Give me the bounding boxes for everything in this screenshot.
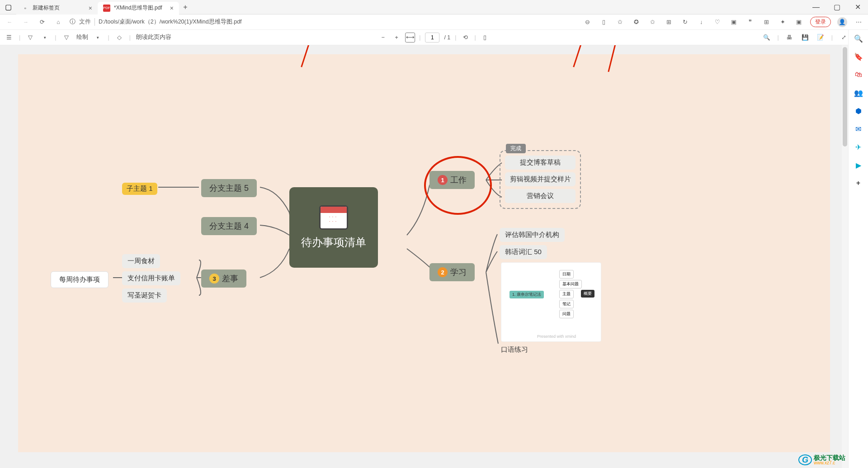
mindmap-center-node: 待办事项清单 bbox=[289, 187, 378, 268]
subtopic-node: 子主题 1 bbox=[122, 183, 157, 195]
calendar-icon bbox=[319, 205, 348, 230]
url-bar: ← → ⟳ ⌂ ⓘ 文件 D:/tools/桌面/work（2）/work%20… bbox=[0, 14, 868, 30]
rotate-icon[interactable]: ⟲ bbox=[461, 33, 470, 42]
highlight-icon[interactable]: ▽ bbox=[26, 33, 35, 42]
close-icon[interactable]: × bbox=[170, 5, 174, 12]
page-total: / 1 bbox=[444, 34, 450, 41]
fullscreen-icon[interactable]: ⤢ bbox=[839, 33, 848, 42]
mini-item: 基本问题 bbox=[559, 280, 582, 288]
minimize-button[interactable]: — bbox=[806, 0, 826, 14]
mini-footer: Presented with xmind bbox=[507, 334, 606, 339]
draw-icon[interactable]: ▽ bbox=[62, 33, 71, 42]
search-icon[interactable]: 🔍 bbox=[762, 33, 771, 42]
page-view-icon[interactable]: ▯ bbox=[481, 33, 490, 42]
close-icon[interactable]: × bbox=[89, 5, 92, 12]
history-icon[interactable]: ↻ bbox=[680, 17, 690, 27]
side-add-icon[interactable]: + bbox=[853, 177, 864, 189]
watermark-url: www.xz7.c bbox=[814, 461, 845, 465]
chores-item: 一周食材 bbox=[122, 254, 160, 268]
close-button[interactable]: ✕ bbox=[847, 0, 868, 14]
center-label: 待办事项清单 bbox=[301, 235, 366, 250]
new-tab-button[interactable]: + bbox=[179, 1, 192, 14]
watermark-logo: G bbox=[798, 454, 812, 465]
tab-actions-icon[interactable]: ▢ bbox=[2, 1, 14, 14]
tab-title: *XMind思维导图.pdf bbox=[114, 4, 162, 12]
mini-summary: 概要 bbox=[581, 290, 594, 298]
downloads-icon[interactable]: ↓ bbox=[696, 17, 706, 27]
work-item: 提交博客草稿 bbox=[505, 156, 576, 170]
tab-title: 新建标签页 bbox=[33, 4, 60, 12]
work-item: 营销会议 bbox=[505, 189, 576, 203]
scrollbar[interactable] bbox=[842, 45, 848, 468]
quote-icon[interactable]: ❞ bbox=[745, 17, 755, 27]
note-icon[interactable]: 📝 bbox=[816, 33, 825, 42]
group-label: 完成 bbox=[506, 144, 526, 153]
save-icon[interactable]: 💾 bbox=[801, 33, 810, 42]
title-bar: ▢ ▫ 新建标签页 × PDF *XMind思维导图.pdf × + — ▢ ✕ bbox=[0, 0, 868, 14]
chores-item: 支付信用卡账单 bbox=[122, 271, 180, 285]
read-aloud-button[interactable]: 朗读此页内容 bbox=[136, 33, 171, 41]
study-item: 韩语词汇 50 bbox=[500, 245, 547, 259]
more-icon[interactable]: ⋯ bbox=[854, 17, 863, 27]
mini-item: 主题 bbox=[559, 290, 574, 298]
apps-icon[interactable]: ⊞ bbox=[761, 17, 771, 27]
branch-node-5: 分支主题 5 bbox=[201, 179, 257, 197]
back-button[interactable]: ← bbox=[5, 17, 14, 27]
chevron-down-icon[interactable]: ▾ bbox=[94, 33, 103, 42]
side-send-icon[interactable]: ✈ bbox=[853, 141, 864, 153]
side-shop-icon[interactable]: 🛍 bbox=[853, 69, 864, 80]
pdf-viewport[interactable]: 待办事项清单 子主题 1 分支主题 5 分支主题 4 3 差事 一周食材 支付信… bbox=[0, 45, 848, 468]
info-icon[interactable]: ⓘ bbox=[70, 18, 75, 26]
reload-button[interactable]: ⟳ bbox=[37, 17, 47, 27]
sidebar-icon[interactable]: ▣ bbox=[794, 17, 804, 27]
side-outlook-icon[interactable]: ✉ bbox=[853, 123, 864, 135]
side-office-icon[interactable]: ⬢ bbox=[853, 105, 864, 117]
reader-icon[interactable]: ▯ bbox=[599, 17, 609, 27]
side-video-icon[interactable]: ▶ bbox=[853, 159, 864, 171]
page-input[interactable] bbox=[425, 33, 439, 43]
avatar-icon[interactable]: 👤 bbox=[837, 17, 847, 27]
annotation-circle bbox=[424, 156, 492, 215]
mini-item: 笔记 bbox=[559, 300, 574, 308]
side-tag-icon[interactable]: 🔖 bbox=[853, 51, 864, 62]
chevron-down-icon[interactable]: ▾ bbox=[40, 33, 49, 42]
performance-icon[interactable]: ♡ bbox=[712, 17, 722, 27]
side-people-icon[interactable]: 👥 bbox=[853, 87, 864, 99]
contents-icon[interactable]: ☰ bbox=[5, 33, 14, 42]
print-icon[interactable]: 🖶 bbox=[785, 33, 794, 42]
study-item: 口语练习 bbox=[501, 345, 528, 354]
mindmap-connectors bbox=[18, 54, 830, 452]
url-text: D:/tools/桌面/work（2）/work%20(1)/XMind思维导图… bbox=[99, 18, 242, 26]
address-bar[interactable]: ⓘ 文件 D:/tools/桌面/work（2）/work%20(1)/XMin… bbox=[70, 18, 242, 26]
watermark-title: 极光下载站 bbox=[814, 454, 845, 461]
weekly-node: 每周待办事项 bbox=[51, 271, 108, 288]
side-search-icon[interactable]: 🔍 bbox=[853, 33, 864, 44]
pdf-icon: PDF bbox=[103, 5, 110, 12]
work-group: 完成 提交博客草稿 剪辑视频并提交样片 营销会议 bbox=[500, 150, 581, 209]
pdf-page: 待办事项清单 子主题 1 分支主题 5 分支主题 4 3 差事 一周食材 支付信… bbox=[18, 54, 830, 452]
zoom-in-button[interactable]: + bbox=[392, 33, 401, 42]
window-controls: — ▢ ✕ bbox=[806, 0, 868, 14]
embedded-mindmap: 1. 康奈尔笔记法 日期 基本问题 主题 笔记 问题 概要 Presented … bbox=[501, 262, 601, 342]
screenshot-icon[interactable]: ▣ bbox=[729, 17, 739, 27]
fit-width-button[interactable]: ⟷ bbox=[406, 33, 415, 42]
chores-node: 3 差事 bbox=[201, 269, 246, 288]
forward-button[interactable]: → bbox=[21, 17, 31, 27]
zoom-icon[interactable]: ⊖ bbox=[582, 17, 592, 27]
login-button[interactable]: 登录 bbox=[810, 17, 831, 27]
home-button[interactable]: ⌂ bbox=[53, 17, 63, 27]
badge-2: 2 bbox=[438, 267, 448, 277]
tab-new[interactable]: ▫ 新建标签页 × bbox=[16, 2, 98, 14]
favorites-star-icon[interactable]: ✩ bbox=[615, 17, 625, 27]
tab-pdf[interactable]: PDF *XMind思维导图.pdf × bbox=[98, 2, 179, 14]
maximize-button[interactable]: ▢ bbox=[826, 0, 847, 14]
branch-node-4: 分支主题 4 bbox=[201, 217, 257, 235]
draw-label[interactable]: 绘制 bbox=[76, 33, 88, 41]
collections-icon[interactable]: ⊞ bbox=[664, 17, 674, 27]
extensions-icon[interactable]: ✦ bbox=[778, 17, 788, 27]
scrollbar-thumb[interactable] bbox=[843, 47, 847, 147]
favorites-icon[interactable]: ✩ bbox=[647, 17, 657, 27]
zoom-out-button[interactable]: − bbox=[378, 33, 387, 42]
erase-icon[interactable]: ◇ bbox=[115, 33, 124, 42]
extension1-icon[interactable]: ✪ bbox=[631, 17, 641, 27]
